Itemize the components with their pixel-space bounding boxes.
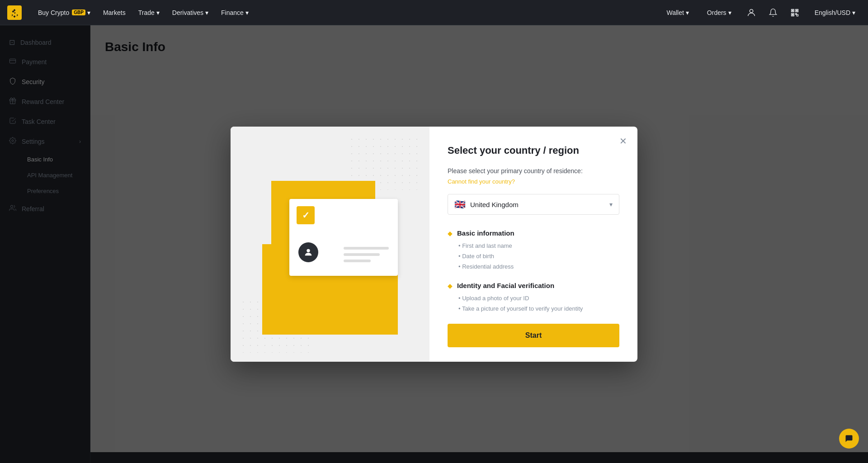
modal-overlay: ✓ ✕ Sel — [0, 25, 868, 463]
svg-point-13 — [307, 249, 310, 252]
profile-icon[interactable] — [744, 5, 759, 20]
chevron-icon: ▾ — [686, 9, 689, 16]
diamond-icon-2: ◆ — [448, 282, 453, 289]
dropdown-chevron-icon: ▾ — [609, 201, 613, 208]
nav-derivatives[interactable]: Derivatives ▾ — [167, 5, 214, 20]
nav-badge-gbp: GBP — [72, 9, 85, 15]
nav-orders[interactable]: Orders ▾ — [702, 5, 737, 20]
chat-bubble-button[interactable] — [839, 429, 859, 449]
card-lines — [344, 247, 389, 262]
nav-finance[interactable]: Finance ▾ — [216, 5, 254, 20]
bullet-selfie: Take a picture of yourself to verify you… — [458, 304, 619, 313]
bullet-address: Residential address — [458, 262, 619, 271]
bullet-first-last-name: First and last name — [458, 241, 619, 250]
bullet-dob: Date of birth — [458, 252, 619, 260]
id-card: ✓ — [289, 199, 398, 276]
id-card-illustration: ✓ — [253, 154, 407, 335]
chevron-icon: ▾ — [87, 9, 90, 16]
svg-rect-7 — [792, 14, 793, 15]
identity-header: ◆ Identity and Facial verification — [448, 282, 619, 289]
svg-point-1 — [750, 9, 753, 12]
card-avatar-icon — [298, 242, 318, 262]
card-line-1 — [344, 247, 389, 250]
chevron-icon: ▾ — [728, 9, 731, 16]
start-button[interactable]: Start — [448, 324, 619, 347]
identity-title: Identity and Facial verification — [457, 282, 554, 289]
basic-info-section: ◆ Basic information First and last name … — [448, 229, 619, 271]
bullet-upload-id: Upload a photo of your ID — [458, 294, 619, 302]
chevron-icon: ▾ — [852, 9, 855, 16]
logo[interactable] — [7, 5, 22, 20]
basic-info-bullets: First and last name Date of birth Reside… — [448, 241, 619, 271]
country-name: United Kingdom — [470, 201, 519, 208]
checkmark-icon: ✓ — [297, 206, 315, 224]
navbar-right: Wallet ▾ Orders ▾ English/USD ▾ — [661, 5, 861, 20]
modal-title: Select your country / region — [448, 145, 619, 156]
nav-language[interactable]: English/USD ▾ — [809, 5, 861, 20]
modal-subtitle: Please select your primary country of re… — [448, 167, 619, 175]
nav-trade[interactable]: Trade ▾ — [133, 5, 165, 20]
card-line-2 — [344, 253, 380, 256]
modal-close-button[interactable]: ✕ — [616, 134, 630, 148]
country-select-dropdown[interactable]: 🇬🇧 United Kingdom ▾ — [448, 194, 619, 215]
cant-find-country-link[interactable]: Cannot find your country? — [448, 178, 619, 185]
navbar: Buy Crypto GBP ▾ Markets Trade ▾ Derivat… — [0, 0, 868, 25]
nav-markets[interactable]: Markets — [98, 5, 131, 20]
basic-info-header: ◆ Basic information — [448, 229, 619, 237]
svg-rect-6 — [796, 10, 797, 11]
qr-icon[interactable] — [788, 5, 802, 20]
nav-buy-crypto[interactable]: Buy Crypto GBP ▾ — [33, 5, 96, 20]
basic-info-title: Basic information — [457, 229, 514, 237]
nav-wallet[interactable]: Wallet ▾ — [661, 5, 694, 20]
modal-right-panel: ✕ Select your country / region Please se… — [429, 127, 637, 362]
modal-illustration: ✓ — [231, 127, 429, 362]
modal: ✓ ✕ Sel — [231, 127, 637, 362]
country-left: 🇬🇧 United Kingdom — [454, 199, 519, 210]
notification-icon[interactable] — [766, 5, 780, 20]
chevron-icon: ▾ — [156, 9, 160, 16]
chevron-icon: ▾ — [205, 9, 208, 16]
identity-section: ◆ Identity and Facial verification Uploa… — [448, 282, 619, 313]
svg-rect-5 — [792, 10, 793, 11]
identity-bullets: Upload a photo of your ID Take a picture… — [448, 294, 619, 313]
diamond-icon: ◆ — [448, 230, 453, 237]
navbar-menu: Buy Crypto GBP ▾ Markets Trade ▾ Derivat… — [33, 5, 661, 20]
card-line-3 — [344, 260, 371, 262]
chevron-icon: ▾ — [245, 9, 249, 16]
uk-flag-icon: 🇬🇧 — [454, 199, 466, 210]
